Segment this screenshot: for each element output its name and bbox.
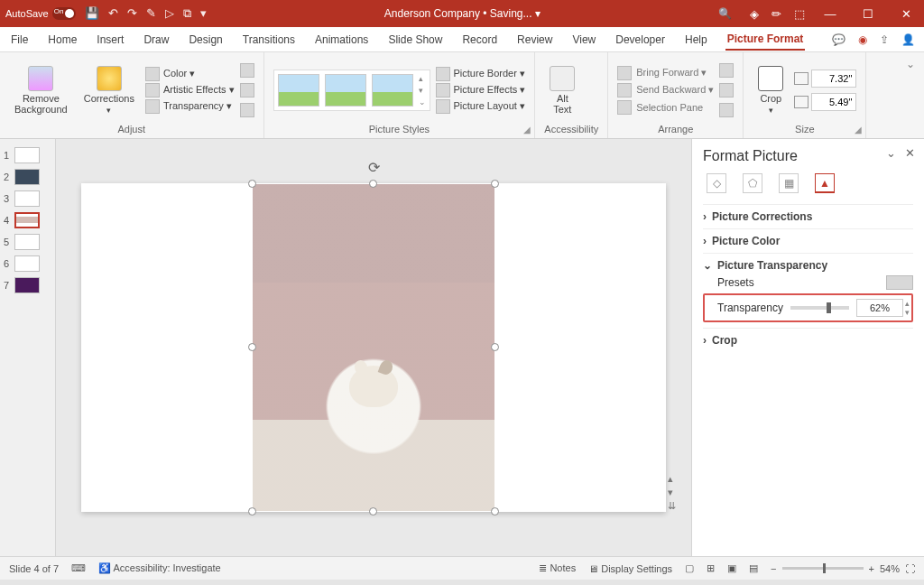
slide-thumb[interactable]: 5	[0, 231, 55, 253]
scroll-down-icon[interactable]: ▾	[668, 487, 680, 498]
resize-handle[interactable]	[369, 180, 377, 188]
gallery-more-icon[interactable]: ⌄	[419, 98, 426, 107]
effects-tab-icon[interactable]: ⬠	[743, 173, 762, 193]
display-settings-button[interactable]: 🖥 Display Settings	[588, 563, 672, 574]
transparency-button[interactable]: Transparency ▾	[145, 99, 235, 114]
slide-thumb[interactable]: 6	[0, 253, 55, 274]
normal-view-icon[interactable]: ▢	[685, 562, 694, 574]
send-backward-button[interactable]: Send Backward ▾	[617, 83, 714, 98]
resize-handle[interactable]	[369, 507, 377, 515]
transparency-slider[interactable]	[790, 306, 849, 310]
spinner-icon[interactable]: ▴▾	[905, 299, 910, 317]
gallery-down-icon[interactable]: ▾	[419, 86, 426, 95]
language-icon[interactable]: ⌨	[71, 562, 86, 574]
tab-animations[interactable]: Animations	[313, 30, 370, 50]
selected-picture[interactable]: ⟳	[253, 184, 494, 511]
tab-help[interactable]: Help	[683, 30, 709, 50]
tab-slideshow[interactable]: Slide Show	[386, 30, 444, 50]
fit-window-icon[interactable]: ⛶	[905, 563, 915, 574]
scroll-up-icon[interactable]: ▴	[668, 473, 680, 485]
comments-icon[interactable]: 💬	[832, 33, 845, 46]
resize-handle[interactable]	[248, 343, 256, 351]
slide-thumb[interactable]: 3	[0, 188, 55, 209]
resize-handle[interactable]	[248, 180, 256, 188]
minimize-button[interactable]: —	[818, 7, 843, 21]
height-input[interactable]	[794, 70, 856, 88]
present-icon[interactable]: ⧉	[183, 6, 191, 21]
gallery-up-icon[interactable]: ▴	[419, 74, 426, 83]
zoom-out-icon[interactable]: −	[771, 563, 776, 574]
rotate-handle-icon[interactable]: ⟳	[368, 159, 380, 176]
pen-icon[interactable]: ✏	[772, 7, 781, 21]
tab-record[interactable]: Record	[460, 30, 499, 50]
rotate-icon[interactable]	[719, 103, 734, 117]
presets-dropdown-icon[interactable]	[886, 275, 913, 290]
resize-handle[interactable]	[491, 507, 499, 515]
tab-insert[interactable]: Insert	[95, 30, 125, 50]
height-field[interactable]	[811, 70, 856, 88]
zoom-control[interactable]: − + 54% ⛶	[771, 563, 915, 574]
slide-canvas[interactable]: ⟳ ▴ ▾ ⇊	[56, 139, 691, 556]
window-restore-icon[interactable]: ⬚	[794, 7, 805, 21]
artistic-effects-button[interactable]: Artistic Effects ▾	[145, 83, 235, 98]
save-icon[interactable]: 💾	[85, 6, 99, 21]
slide-thumb[interactable]: 1	[0, 144, 55, 166]
close-button[interactable]: ✕	[893, 7, 919, 21]
tab-developer[interactable]: Developer	[614, 30, 667, 50]
bring-forward-button[interactable]: Bring Forward ▾	[617, 66, 714, 80]
style-thumb[interactable]	[278, 74, 319, 107]
fill-tab-icon[interactable]: ◇	[707, 173, 726, 193]
color-button[interactable]: Color ▾	[145, 67, 235, 81]
resize-handle[interactable]	[248, 507, 256, 515]
picture-effects-button[interactable]: Picture Effects ▾	[436, 83, 526, 98]
accessibility-status[interactable]: ♿ Accessibility: Investigate	[98, 562, 221, 574]
remove-background-button[interactable]: Remove Background	[9, 64, 73, 116]
tab-review[interactable]: Review	[515, 30, 554, 50]
diamond-icon[interactable]: ◈	[750, 7, 759, 21]
width-input[interactable]	[794, 93, 856, 111]
tab-draw[interactable]: Draw	[142, 30, 171, 50]
size-tab-icon[interactable]: ▦	[779, 173, 799, 193]
style-thumb[interactable]	[325, 74, 366, 107]
corrections-button[interactable]: Corrections ▾	[79, 64, 140, 116]
reading-view-icon[interactable]: ▣	[727, 562, 736, 574]
tab-file[interactable]: File	[9, 30, 30, 50]
sorter-view-icon[interactable]: ⊞	[707, 562, 715, 574]
zoom-slider[interactable]	[782, 567, 864, 570]
toggle-switch[interactable]	[52, 7, 76, 20]
presets-row[interactable]: Presets	[703, 272, 913, 293]
zoom-in-icon[interactable]: +	[869, 563, 874, 574]
picture-tab-icon[interactable]: ▲	[815, 173, 835, 193]
slide-thumb[interactable]: 2	[0, 166, 55, 188]
resize-handle[interactable]	[491, 343, 499, 351]
section-crop[interactable]: ›Crop	[703, 328, 913, 352]
crop-button[interactable]: Crop ▾	[753, 64, 789, 116]
qat-more-icon[interactable]: ▾	[200, 6, 207, 21]
notes-button[interactable]: ≣ Notes	[539, 562, 576, 574]
slideshow-view-icon[interactable]: ▤	[749, 562, 758, 574]
present-live-icon[interactable]: 👤	[901, 33, 915, 46]
search-icon[interactable]: 🔍	[718, 7, 732, 20]
align-icon[interactable]	[719, 63, 734, 78]
compress-icon[interactable]	[240, 63, 254, 78]
slide-thumb[interactable]: 7	[0, 274, 55, 296]
tab-transitions[interactable]: Transitions	[241, 30, 297, 50]
touch-icon[interactable]: ✎	[146, 6, 156, 21]
tab-design[interactable]: Design	[187, 30, 224, 50]
transparency-value[interactable]: 62%	[856, 299, 903, 317]
redo-icon[interactable]: ↷	[127, 6, 137, 21]
style-thumb[interactable]	[372, 74, 413, 107]
selection-pane-button[interactable]: Selection Pane	[617, 100, 714, 115]
slide-thumb[interactable]: 4	[0, 209, 55, 231]
style-gallery[interactable]: ▴▾⌄	[273, 70, 430, 111]
resize-handle[interactable]	[491, 180, 499, 188]
reset-picture-icon[interactable]	[240, 103, 254, 117]
tab-view[interactable]: View	[570, 30, 597, 50]
picture-border-button[interactable]: Picture Border ▾	[436, 67, 526, 81]
pane-close-icon[interactable]: ✕	[905, 146, 915, 160]
alt-text-button[interactable]: Alt Text	[544, 64, 580, 116]
width-field[interactable]	[811, 93, 856, 111]
from-beginning-icon[interactable]: ▷	[165, 6, 174, 21]
record-circle-icon[interactable]: ◉	[858, 33, 867, 46]
collapse-ribbon-icon[interactable]: ⌄	[906, 58, 915, 70]
